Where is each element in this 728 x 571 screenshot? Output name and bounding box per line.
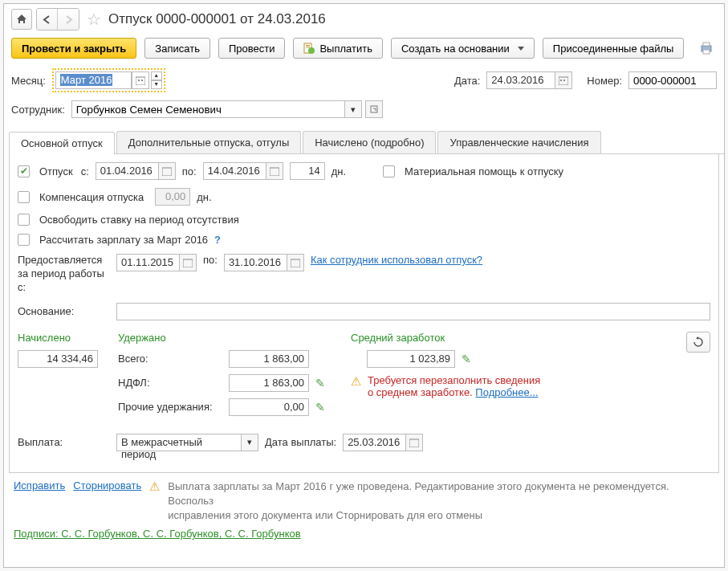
calc-salary-checkbox[interactable] [18,234,30,246]
tab-main-vacation[interactable]: Основной отпуск [9,132,115,154]
employee-open-button[interactable] [365,100,383,118]
month-calendar-button[interactable] [132,71,149,89]
period-to-input[interactable]: 31.10.2016 [224,254,304,271]
withheld-label: Удержано [118,332,351,344]
svg-rect-14 [162,168,172,176]
submit-close-button[interactable]: Провести и закрыть [11,38,136,59]
home-button[interactable] [11,9,32,30]
compensation-days: 0,00 [155,188,190,206]
period-from-input[interactable]: 01.11.2015 [116,254,197,271]
employee-input[interactable] [71,100,344,118]
back-button[interactable] [37,9,58,30]
from-date-cal[interactable] [158,162,176,180]
pay-icon [303,43,315,54]
doc-date-input[interactable]: 24.03.2016 [486,71,572,89]
pay-label: Выплатить [319,43,372,55]
avg-value[interactable]: 1 023,89 [367,350,455,368]
forward-button[interactable] [58,9,79,30]
employee-field[interactable]: ▾ [71,100,383,118]
vacation-usage-link[interactable]: Как сотрудник использовал отпуск? [311,254,482,266]
number-input[interactable] [628,71,717,89]
compensation-checkbox[interactable] [18,191,30,203]
from-date-value[interactable]: 01.04.2016 [96,162,158,180]
payout-label: Выплата: [18,436,110,448]
payout-date-input[interactable]: 25.03.2016 [343,434,423,451]
payout-mode-dropdown[interactable]: ▾ [241,434,258,451]
svg-rect-11 [560,80,562,81]
days-input[interactable]: 14 [290,162,325,180]
attachments-button[interactable]: Присоединенные файлы [543,38,685,59]
doc-date-cal-button[interactable] [555,71,572,89]
to-date-value[interactable]: 14.04.2016 [203,162,266,180]
period-from-value[interactable]: 01.11.2015 [116,254,179,271]
compensation-label: Компенсация отпуска [39,191,144,203]
vacation-checkbox[interactable] [18,165,30,177]
payout-date-cal[interactable] [405,434,423,451]
tab-additional[interactable]: Дополнительные отпуска, отгулы [116,131,302,153]
month-down[interactable]: ▼ [151,80,162,89]
svg-rect-8 [138,80,140,81]
mat-help-checkbox[interactable] [383,165,395,177]
accrued-label: Начислено [18,332,118,344]
calc-salary-label: Рассчитать зарплату за Март 2016 [39,234,208,246]
svg-rect-7 [136,77,145,85]
month-label: Месяц: [11,75,46,87]
to-date-input[interactable]: 14.04.2016 [203,162,283,180]
edit-ndfl-icon[interactable]: ✎ [315,377,325,390]
favorite-icon[interactable]: ☆ [87,10,101,29]
svg-rect-18 [409,439,419,447]
nav-group [36,8,79,31]
basis-input[interactable] [116,303,710,320]
to-date-cal[interactable] [266,162,283,180]
from-date-input[interactable]: 01.04.2016 [96,162,176,180]
warning-more-link[interactable]: Подробнее... [475,386,538,398]
month-input[interactable]: Март 2016 [55,71,132,89]
ndfl-value[interactable]: 1 863,00 [229,374,309,392]
reverse-link[interactable]: Сторнировать [73,479,141,491]
refresh-button[interactable] [686,332,710,353]
month-value: Март 2016 [60,74,113,86]
basis-label: Основание: [18,305,110,317]
tab-management[interactable]: Управленческие начисления [437,131,600,153]
help-icon[interactable]: ? [214,234,221,246]
month-field-wrap: Март 2016 ▲ ▼ [52,68,165,92]
total-value[interactable]: 1 863,00 [229,350,309,368]
payout-mode-select[interactable]: В межрасчетный период ▾ [116,434,258,451]
to-label: по: [182,165,197,177]
from-label: с: [81,165,89,177]
footer-warning-icon: ⚠ [149,479,160,494]
save-button[interactable]: Записать [144,38,210,59]
period-from-cal[interactable] [179,254,197,271]
tab-accrued[interactable]: Начислено (подробно) [303,131,436,153]
create-based-button[interactable]: Создать на основании [391,38,535,59]
payout-date-value[interactable]: 25.03.2016 [343,434,405,451]
employee-dropdown-button[interactable]: ▾ [344,100,362,118]
other-value[interactable]: 0,00 [229,398,309,416]
free-rate-checkbox[interactable] [18,214,30,226]
payout-mode-value[interactable]: В межрасчетный период [116,434,241,451]
vacation-label: Отпуск [39,165,73,177]
days-unit: дн. [331,165,346,177]
period-to-value[interactable]: 31.10.2016 [224,254,287,271]
warning-line2: о среднем заработке. [368,386,475,398]
edit-avg-icon[interactable]: ✎ [462,353,471,365]
page-title: Отпуск 0000-000001 от 24.03.2016 [108,11,326,27]
total-label: Всего: [118,353,222,365]
doc-date-value[interactable]: 24.03.2016 [486,71,555,89]
period-to-label: по: [203,254,218,266]
period-label: Предоставляется за период работы с: [18,254,110,295]
print-button[interactable] [696,38,717,59]
submit-button[interactable]: Провести [218,38,286,59]
footer-warning-line1: Выплата зарплаты за Март 2016 г уже пров… [168,479,714,508]
period-to-cal[interactable] [287,254,304,271]
free-rate-label: Освободить ставку на период отсутствия [39,214,239,226]
accrued-value[interactable]: 14 334,46 [18,350,98,368]
svg-rect-1 [306,45,310,46]
svg-rect-5 [703,43,710,46]
svg-rect-12 [563,80,565,81]
signatures-link[interactable]: Подписи: С. С. Горбунков, С. С. Горбунко… [14,528,301,540]
pay-button[interactable]: Выплатить [293,38,383,59]
month-up[interactable]: ▲ [151,71,162,80]
fix-link[interactable]: Исправить [14,479,65,491]
edit-other-icon[interactable]: ✎ [315,401,325,414]
